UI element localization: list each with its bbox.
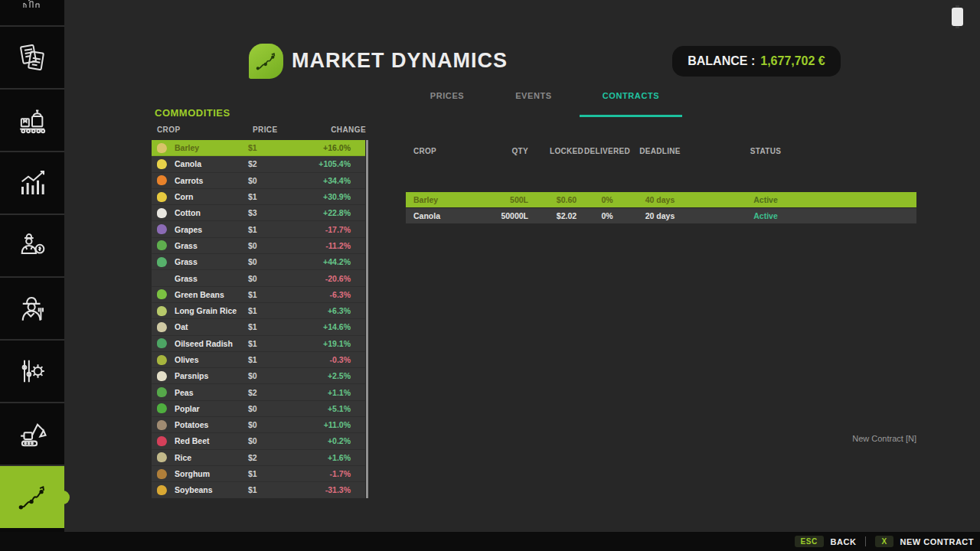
crop-price: $1: [248, 290, 280, 299]
sidebar-item-market-dynamics[interactable]: [0, 465, 64, 528]
contract-row[interactable]: Barley 500L $0.60 0% 40 days Active: [406, 192, 916, 207]
commodities-col-change: CHANGE: [331, 126, 366, 134]
map-partial-icon: [21, 0, 44, 9]
crop-change: +34.4%: [280, 176, 369, 185]
sidebar-item-statistics[interactable]: [0, 151, 64, 214]
crop-icon: [157, 469, 167, 479]
crop-price: $2: [248, 453, 280, 462]
tab-prices[interactable]: PRICES: [409, 91, 485, 100]
crop-change: +5.1%: [280, 404, 369, 413]
farmer-icon: [16, 292, 48, 324]
crop-name: Potatoes: [175, 420, 248, 429]
balance-pill: BALANCE : 1,677,702 €: [672, 46, 841, 77]
crop-name: Carrots: [175, 176, 248, 185]
commodity-row[interactable]: Olives $1 -0.3%: [152, 352, 369, 368]
market-dynamics-icon: [15, 481, 50, 514]
sidebar-item-farmer[interactable]: [0, 276, 64, 339]
crop-name: Canola: [175, 159, 248, 168]
crop-name: Soybeans: [175, 485, 248, 494]
crop-icon: [157, 338, 167, 348]
scrollbar-thumb[interactable]: [366, 140, 368, 498]
crop-name: Long Grain Rice: [175, 306, 248, 315]
commodity-row[interactable]: Barley $1 +16.0%: [152, 140, 369, 156]
crop-name: Sorghum: [175, 469, 248, 478]
commodity-row[interactable]: Parsnips $0 +2.5%: [152, 368, 369, 384]
commodity-row[interactable]: Oat $1 +14.6%: [152, 319, 369, 335]
commodity-row[interactable]: Grapes $1 -17.7%: [152, 221, 369, 237]
crop-price: $1: [248, 355, 280, 364]
commodity-row[interactable]: Corn $1 +30.9%: [152, 189, 369, 205]
back-label: BACK: [831, 537, 857, 546]
crop-icon: [157, 436, 167, 446]
commodities-scrollbar[interactable]: [365, 140, 369, 498]
crop-change: +30.9%: [280, 192, 369, 201]
commodity-row[interactable]: Green Beans $1 -6.3%: [152, 287, 369, 303]
commodity-row[interactable]: Long Grain Rice $1 +6.3%: [152, 303, 369, 319]
sidebar-item-map[interactable]: [0, 0, 64, 25]
contracts-col-deadline: DEADLINE: [626, 147, 694, 155]
crop-name: Olives: [175, 355, 248, 364]
crop-icon: [157, 289, 167, 299]
commodity-row[interactable]: Red Beet $0 +0.2%: [152, 433, 369, 449]
contracts-col-status: STATUS: [704, 147, 827, 155]
commodity-row[interactable]: Cotton $3 +22.8%: [152, 205, 369, 221]
crop-price: $0: [248, 257, 280, 266]
sidebar-item-contracts[interactable]: [0, 25, 64, 88]
crop-price: $1: [248, 192, 280, 201]
sidebar-item-construction[interactable]: [0, 402, 64, 465]
crop-change: -11.2%: [280, 241, 369, 250]
crop-name: Poplar: [175, 404, 248, 413]
contracts-table: Barley 500L $0.60 0% 40 days Active Cano…: [406, 192, 916, 224]
crop-change: +11.0%: [280, 420, 369, 429]
commodity-row[interactable]: Grass $0 -11.2%: [152, 238, 369, 254]
new-contract-button[interactable]: X NEW CONTRACT: [875, 536, 974, 547]
crop-name: Grapes: [175, 225, 248, 234]
contract-qty: 50000L: [452, 211, 528, 220]
crop-price: $1: [248, 339, 280, 348]
commodity-row[interactable]: Oilseed Radish $1 +19.1%: [152, 336, 369, 352]
commodity-row[interactable]: Grass $0 -20.6%: [152, 270, 369, 286]
sidebar-item-finances[interactable]: [0, 214, 64, 276]
sidebar-item-settings[interactable]: [0, 339, 64, 402]
crop-price: $0: [248, 176, 280, 185]
commodity-row[interactable]: Rice $2 +1.6%: [152, 450, 369, 466]
contracts-documents-icon: [17, 42, 47, 73]
crop-price: $0: [248, 420, 280, 429]
phone-icon[interactable]: [952, 8, 963, 26]
crop-icon: [157, 240, 167, 250]
contract-status: Active: [704, 211, 827, 220]
commodity-row[interactable]: Canola $2 +105.4%: [152, 156, 369, 172]
x-keycap: X: [875, 536, 893, 547]
commodity-row[interactable]: Grass $0 +44.2%: [152, 254, 369, 270]
commodities-title: COMMODITIES: [155, 107, 230, 119]
commodity-row[interactable]: Soybeans $1 -31.3%: [152, 482, 369, 498]
tab-contracts[interactable]: CONTRACTS: [593, 91, 669, 100]
contracts-col-qty: QTY: [452, 147, 528, 155]
crop-price: $1: [248, 485, 280, 494]
commodity-row[interactable]: Peas $2 +1.1%: [152, 384, 369, 400]
crop-icon: [157, 322, 167, 332]
tab-events[interactable]: EVENTS: [495, 91, 572, 100]
crop-name: Grass: [175, 241, 248, 250]
back-button[interactable]: ESC BACK: [795, 536, 857, 547]
crop-icon: [157, 159, 167, 169]
active-item-marker: [64, 495, 67, 501]
sidebar-item-production[interactable]: [0, 88, 64, 151]
new-contract-label: NEW CONTRACT: [900, 537, 974, 546]
commodity-row[interactable]: Potatoes $0 +11.0%: [152, 417, 369, 433]
commodity-row[interactable]: Sorghum $1 -1.7%: [152, 466, 369, 482]
crop-name: Cotton: [175, 208, 248, 217]
crop-icon: [157, 175, 167, 185]
commodity-row[interactable]: Poplar $0 +5.1%: [152, 401, 369, 417]
active-tab-underline: [580, 115, 682, 117]
crop-icon: [157, 371, 167, 381]
crop-icon: [157, 387, 167, 397]
crop-icon: [157, 224, 167, 234]
crop-name: Green Beans: [175, 290, 248, 299]
contract-row[interactable]: Canola 50000L $2.02 0% 20 days Active: [406, 208, 916, 223]
crop-icon: [157, 208, 167, 218]
crop-name: Peas: [175, 388, 248, 397]
crop-change: +105.4%: [280, 159, 369, 168]
commodity-row[interactable]: Carrots $0 +34.4%: [152, 173, 369, 189]
crop-price: $1: [248, 225, 280, 234]
